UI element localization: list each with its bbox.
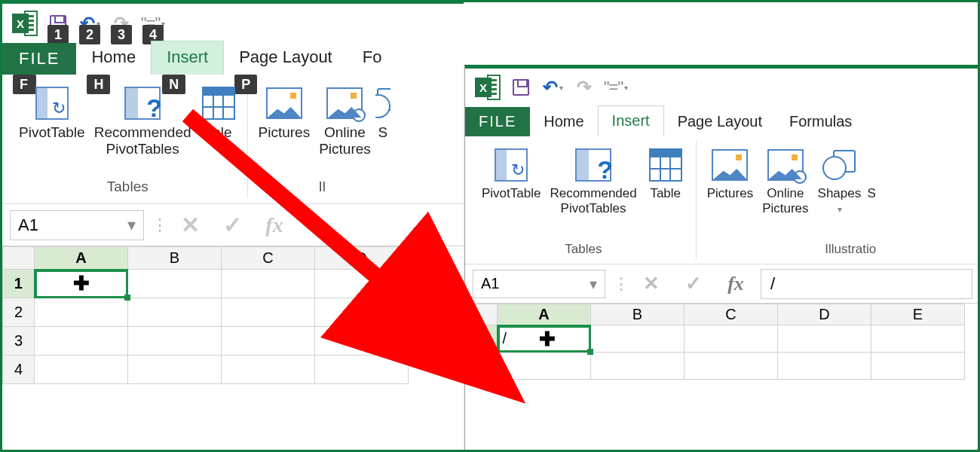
cmd-pivottable[interactable]: PivotTable bbox=[477, 141, 545, 216]
tab-insert[interactable]: Insert N bbox=[151, 41, 224, 75]
cell-C1[interactable] bbox=[222, 270, 315, 298]
name-box[interactable]: A1 ▾ bbox=[473, 270, 605, 298]
quick-access-toolbar: X 1 ↶▾ 2 ↷ 3 "="▾ 4 bbox=[2, 2, 464, 40]
redo-icon: ↷ bbox=[577, 77, 592, 98]
worksheet-grid[interactable]: A B C D 1 ✚ 2 3 4 bbox=[2, 246, 464, 384]
excel-window-before: X 1 ↶▾ 2 ↷ 3 "="▾ 4 FILE F Home H Insert bbox=[2, 2, 464, 432]
cmd-shapes[interactable]: Shapes▾ bbox=[813, 141, 866, 217]
cell-E1[interactable] bbox=[871, 325, 965, 353]
col-header-C[interactable]: C bbox=[222, 247, 315, 270]
excel-logo-icon: X bbox=[10, 8, 40, 38]
cmd-next-partial[interactable]: S bbox=[865, 141, 877, 217]
save-button[interactable] bbox=[507, 74, 534, 101]
undo-button[interactable]: ↶▾ 2 bbox=[76, 10, 103, 37]
keytip-pagelayout: P bbox=[234, 75, 257, 94]
worksheet-grid[interactable]: A B C D E 1 / ✚ 2 bbox=[465, 304, 980, 380]
col-header-E[interactable]: E bbox=[871, 304, 965, 325]
tab-page-layout[interactable]: Page Layout bbox=[664, 107, 776, 136]
recommended-pivot-icon bbox=[124, 87, 161, 120]
ribbon-body: PivotTable RecommendedPivotTables Table … bbox=[465, 136, 980, 264]
fill-handle[interactable] bbox=[124, 295, 130, 301]
tab-page-layout[interactable]: Page Layout P bbox=[224, 41, 348, 75]
row-header-1[interactable]: 1 bbox=[466, 325, 498, 353]
col-header-C[interactable]: C bbox=[684, 304, 778, 325]
cmd-online-pictures[interactable]: OnlinePictures bbox=[758, 141, 813, 217]
select-all-corner[interactable] bbox=[3, 247, 35, 270]
tab-home-label: Home bbox=[91, 47, 136, 66]
save-icon bbox=[513, 79, 529, 96]
cell-D1[interactable] bbox=[315, 270, 409, 298]
row-header-2[interactable]: 2 bbox=[466, 353, 498, 380]
tab-file[interactable]: FILE F bbox=[2, 43, 76, 75]
customize-qat[interactable]: "="▾ bbox=[602, 74, 629, 101]
tab-file[interactable]: FILE bbox=[465, 107, 530, 136]
tab-home[interactable]: Home H bbox=[76, 41, 151, 75]
pictures-label: Pictures bbox=[259, 124, 311, 141]
cmd-table-partial[interactable]: able bbox=[196, 79, 241, 157]
separator-dots: ⋮ bbox=[152, 215, 165, 235]
col-header-A[interactable]: A bbox=[35, 247, 128, 270]
save-button[interactable]: 1 bbox=[44, 10, 72, 37]
cancel-entry-icon: ✕ bbox=[634, 269, 669, 299]
recommended-pivot-label: Recommended PivotTables bbox=[94, 124, 191, 157]
cell-A1[interactable]: ✚ bbox=[35, 270, 128, 298]
col-header-D[interactable]: D bbox=[778, 304, 871, 325]
name-box[interactable]: A1 ▾ bbox=[10, 210, 144, 240]
chevron-down-icon: ▾ bbox=[590, 275, 597, 293]
tab-home[interactable]: Home bbox=[530, 107, 597, 136]
group-tables: PivotTable Recommended PivotTables able … bbox=[8, 79, 248, 198]
pivottable-icon bbox=[35, 87, 69, 120]
tab-page-layout-label: Page Layout bbox=[239, 47, 332, 66]
col-header-A[interactable]: A bbox=[498, 304, 591, 325]
pivottable-label: PivotTable bbox=[19, 124, 85, 141]
formula-bar[interactable]: / bbox=[761, 269, 972, 299]
customize-qat[interactable]: "="▾ 4 bbox=[139, 10, 167, 37]
cmd-shapes-partial[interactable]: S bbox=[375, 79, 390, 157]
redo-button[interactable]: ↷ bbox=[571, 74, 598, 101]
tab-formulas[interactable]: Formulas bbox=[776, 107, 865, 136]
col-header-B[interactable]: B bbox=[128, 247, 222, 270]
next-icon bbox=[865, 145, 877, 185]
cmd-pictures[interactable]: Pictures bbox=[254, 79, 315, 157]
tab-insert-label: Insert bbox=[167, 47, 208, 66]
cancel-entry-icon: ✕ bbox=[173, 210, 207, 240]
pictures-icon bbox=[266, 87, 302, 119]
tab-insert[interactable]: Insert bbox=[598, 105, 664, 136]
quick-access-toolbar: X ↶▾ ↷ "="▾ bbox=[465, 67, 980, 103]
cell-A1[interactable]: / ✚ bbox=[498, 325, 591, 353]
row-header-1[interactable]: 1 bbox=[3, 270, 35, 298]
group-illustrations-partial: Pictures Online Pictures S Il bbox=[248, 79, 397, 198]
cell-C1[interactable] bbox=[684, 325, 778, 353]
cmd-online-pictures[interactable]: Online Pictures bbox=[314, 79, 375, 157]
ribbon-tabs: FILE F Home H Insert N Page Layout P Fo bbox=[2, 40, 464, 75]
table-label-partial: able bbox=[205, 124, 232, 141]
insert-function-button[interactable]: fx bbox=[257, 210, 292, 240]
row-header-3[interactable]: 3 bbox=[3, 327, 35, 356]
cell-B1[interactable] bbox=[128, 270, 222, 298]
cmd-pictures[interactable]: Pictures bbox=[703, 141, 758, 217]
undo-button[interactable]: ↶▾ bbox=[539, 74, 566, 101]
cell-A1-value bbox=[35, 275, 40, 292]
excel-cursor-icon: ✚ bbox=[539, 328, 556, 351]
row-header-2[interactable]: 2 bbox=[3, 298, 35, 327]
undo-icon: ↶ bbox=[543, 77, 558, 98]
keytip-insert: N bbox=[162, 75, 185, 94]
ribbon-tabs: FILE Home Insert Page Layout Formulas bbox=[465, 103, 980, 136]
redo-button[interactable]: ↷ 3 bbox=[108, 10, 135, 37]
fill-handle[interactable] bbox=[587, 349, 593, 355]
select-all-corner[interactable] bbox=[466, 304, 498, 325]
cmd-table[interactable]: Table bbox=[642, 141, 690, 216]
cell-B1[interactable] bbox=[591, 325, 684, 353]
table-icon bbox=[649, 148, 682, 182]
group-illus-name-partial: Il bbox=[318, 179, 326, 198]
tab-formulas-partial[interactable]: Fo bbox=[348, 41, 397, 75]
online-pictures-icon bbox=[767, 149, 804, 181]
row-header-4[interactable]: 4 bbox=[3, 356, 35, 384]
cmd-recommended-pivot[interactable]: RecommendedPivotTables bbox=[545, 141, 641, 216]
online-pictures-icon bbox=[326, 87, 363, 119]
insert-function-button[interactable]: fx bbox=[718, 269, 753, 299]
cell-D1[interactable] bbox=[778, 325, 871, 353]
col-header-B[interactable]: B bbox=[591, 304, 684, 325]
group-illustrations: Pictures OnlinePictures Shapes▾ S Illust… bbox=[697, 141, 884, 260]
col-header-D[interactable]: D bbox=[315, 247, 409, 270]
